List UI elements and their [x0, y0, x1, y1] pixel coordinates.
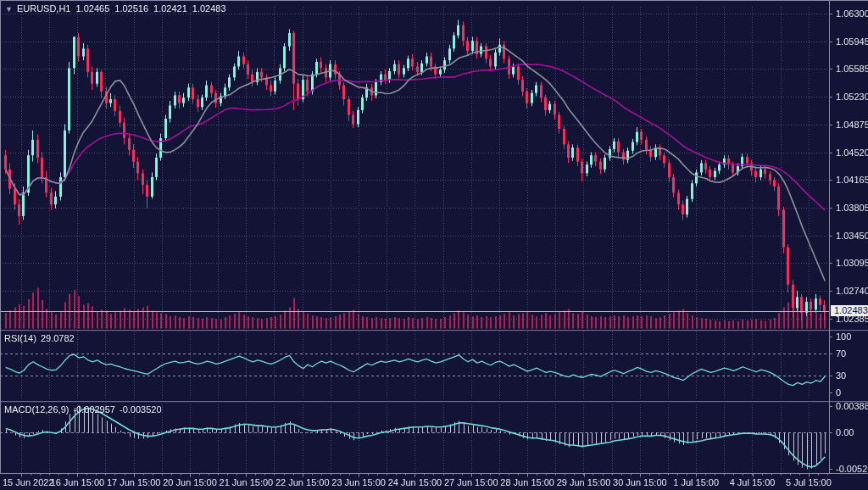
current-price-badge: 1.02483 [831, 305, 868, 316]
time-axis-label: 21 Jun 15:00 [220, 478, 274, 487]
chart-canvas[interactable] [0, 0, 868, 490]
price-axis-label: 1.05945 [836, 36, 868, 46]
macd-pane-label: MACD(12,26,9)-0.002957-0.003520 [4, 404, 166, 415]
symbol-timeframe-label: EURUSD,H1 [17, 3, 71, 14]
time-axis-label: 30 Jun 15:00 [613, 478, 667, 487]
time-axis-label: 4 Jul 15:00 [730, 478, 776, 487]
macd-level-label: 0.00 [836, 428, 854, 437]
price-axis-label: 1.06300 [836, 9, 868, 19]
ohlc-header: ▼EURUSD,H11.024651.025161.024211.02483 [5, 3, 231, 14]
macd-signal-value: -0.003520 [120, 404, 162, 415]
price-axis-label: 1.03805 [836, 203, 868, 212]
rsi-value: 29.0782 [41, 333, 75, 343]
macd-value: -0.002957 [73, 404, 115, 415]
rsi-level-label: 70 [836, 348, 846, 358]
macd-level-label: -0.005265 [836, 465, 868, 474]
high-value: 1.02516 [114, 3, 148, 14]
price-axis-label: 1.02740 [836, 287, 868, 296]
rsi-level-label: 0 [836, 388, 841, 398]
rsi-level-label: 30 [836, 371, 846, 381]
time-axis-label: 22 Jun 15:00 [275, 478, 330, 487]
price-axis-label: 1.04165 [836, 175, 868, 185]
time-axis-label: 5 Jul 15:00 [786, 478, 832, 487]
price-axis-label: 1.05585 [836, 64, 868, 74]
time-axis-label: 29 Jun 15:00 [557, 478, 611, 487]
symbol-dropdown-icon[interactable]: ▼ [5, 5, 13, 14]
price-axis-label: 1.05230 [836, 92, 868, 102]
time-axis-label: 15 Jun 2022 [3, 478, 54, 487]
time-axis-label: 16 Jun 15:00 [51, 478, 105, 487]
price-axis-label: 1.04875 [836, 120, 868, 129]
time-axis-label: 28 Jun 15:00 [500, 478, 554, 487]
price-axis-label: 1.03095 [836, 259, 868, 268]
time-axis-label: 17 Jun 15:00 [107, 478, 161, 487]
time-axis-label: 20 Jun 15:00 [163, 478, 217, 487]
price-axis-label: 1.03450 [836, 231, 868, 240]
close-value: 1.02483 [192, 3, 226, 14]
macd-level-label: 0.003883 [836, 401, 868, 410]
rsi-name: RSI(14) [4, 333, 36, 343]
open-value: 1.02465 [76, 3, 110, 14]
trading-chart-window: ▼EURUSD,H11.024651.025161.024211.02483 R… [0, 0, 868, 490]
rsi-level-label: 100 [836, 331, 851, 341]
time-axis-label: 27 Jun 15:00 [444, 478, 498, 487]
time-axis-label: 1 Jul 15:00 [673, 478, 719, 487]
low-value: 1.02421 [153, 3, 187, 14]
time-axis-label: 23 Jun 15:00 [331, 478, 386, 487]
macd-name: MACD(12,26,9) [4, 404, 69, 415]
price-axis-label: 1.04520 [836, 148, 868, 157]
rsi-pane-label: RSI(14)29.0782 [4, 333, 79, 343]
time-axis-label: 24 Jun 15:00 [388, 478, 442, 487]
